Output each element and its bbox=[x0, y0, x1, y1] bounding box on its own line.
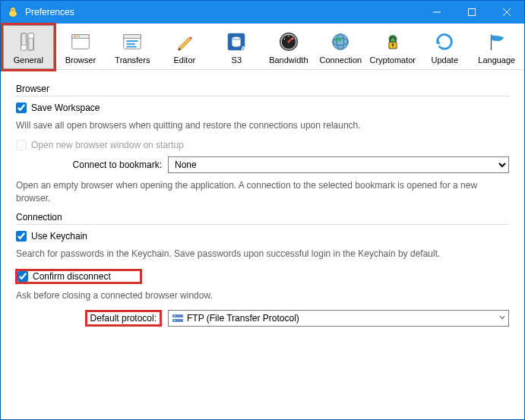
toolbar-tab-general[interactable]: General bbox=[3, 25, 54, 69]
confirm-disconnect-input[interactable] bbox=[17, 271, 28, 282]
protocol-value: FTP (File Transfer Protocol) bbox=[187, 313, 499, 324]
svg-point-14 bbox=[74, 36, 75, 37]
connect-bookmark-label: Connect to bookmark: bbox=[16, 159, 168, 170]
close-button[interactable] bbox=[489, 1, 524, 24]
svg-point-27 bbox=[287, 41, 289, 43]
content-panel: Browser Save Workspace Will save all ope… bbox=[1, 70, 524, 342]
confirm-disconnect-checkbox[interactable]: Confirm disconnect bbox=[16, 270, 141, 283]
toolbar-label: S3 bbox=[232, 55, 242, 65]
window-title: Preferences bbox=[25, 7, 419, 17]
maximize-button[interactable] bbox=[454, 1, 489, 24]
save-workspace-input[interactable] bbox=[16, 103, 27, 113]
use-keychain-desc: Search for passwords in the Keychain. Sa… bbox=[16, 248, 509, 261]
checkbox-label: Save Workspace bbox=[31, 103, 100, 113]
svg-rect-42 bbox=[172, 314, 183, 317]
toolbar-tab-bandwidth[interactable]: Bandwidth bbox=[264, 25, 314, 69]
default-protocol-label: Default protocol: bbox=[16, 310, 168, 327]
svg-point-2 bbox=[11, 9, 12, 10]
svg-point-16 bbox=[78, 36, 80, 37]
language-icon bbox=[485, 30, 509, 54]
section-header-browser: Browser bbox=[16, 84, 509, 96]
connect-bookmark-desc: Open an empty browser when opening the a… bbox=[16, 179, 509, 205]
toolbar-label: Language bbox=[478, 55, 515, 65]
connection-icon bbox=[328, 30, 353, 54]
toolbar-label: Update bbox=[432, 55, 458, 65]
toolbar-tab-transfers[interactable]: Transfers bbox=[107, 25, 157, 69]
default-protocol-select[interactable]: FTP (File Transfer Protocol) bbox=[168, 310, 509, 327]
update-icon bbox=[432, 30, 457, 54]
toolbar-label: Editor bbox=[173, 55, 195, 65]
s3-icon: a bbox=[224, 30, 248, 54]
minimize-button[interactable] bbox=[419, 1, 454, 24]
toolbar: General Browser Transfers bbox=[1, 24, 524, 70]
svg-point-45 bbox=[174, 320, 176, 321]
toolbar-label: Connection bbox=[319, 55, 362, 65]
toolbar-tab-cryptomator[interactable]: Cryptomator bbox=[368, 25, 418, 69]
svg-point-3 bbox=[13, 9, 14, 10]
toolbar-label: Cryptomator bbox=[370, 55, 416, 65]
chevron-down-icon bbox=[499, 314, 505, 322]
svg-rect-18 bbox=[124, 35, 141, 39]
app-icon bbox=[7, 6, 19, 18]
checkbox-label: Open new browser window on startup bbox=[31, 140, 184, 150]
svg-point-29 bbox=[288, 36, 289, 37]
toolbar-label: Browser bbox=[65, 55, 96, 65]
cryptomator-icon bbox=[381, 30, 405, 54]
open-new-browser-input bbox=[16, 140, 27, 150]
section-header-connection: Connection bbox=[16, 212, 509, 225]
bandwidth-icon bbox=[277, 30, 301, 54]
ftp-icon bbox=[172, 312, 184, 324]
use-keychain-input[interactable] bbox=[16, 231, 27, 242]
svg-rect-11 bbox=[29, 38, 33, 49]
toolbar-tab-update[interactable]: Update bbox=[419, 25, 470, 69]
svg-text:a: a bbox=[242, 44, 246, 52]
general-icon bbox=[16, 30, 40, 54]
confirm-disconnect-desc: Ask before closing a connected browser w… bbox=[16, 289, 509, 302]
use-keychain-checkbox[interactable]: Use Keychain bbox=[16, 231, 509, 242]
svg-rect-5 bbox=[469, 9, 476, 16]
toolbar-tab-s3[interactable]: a S3 bbox=[211, 25, 261, 69]
transfers-icon bbox=[120, 30, 144, 54]
toolbar-label: General bbox=[14, 55, 43, 65]
svg-rect-40 bbox=[392, 45, 393, 47]
toolbar-tab-browser[interactable]: Browser bbox=[55, 25, 106, 69]
titlebar: Preferences bbox=[1, 1, 524, 24]
svg-rect-9 bbox=[22, 34, 27, 46]
svg-point-15 bbox=[76, 36, 77, 37]
checkbox-label: Confirm disconnect bbox=[33, 271, 111, 282]
save-workspace-checkbox[interactable]: Save Workspace bbox=[16, 103, 509, 113]
svg-point-30 bbox=[293, 39, 294, 40]
svg-rect-43 bbox=[172, 319, 183, 322]
checkbox-label: Use Keychain bbox=[31, 231, 87, 242]
browser-icon bbox=[68, 30, 93, 54]
toolbar-label: Transfers bbox=[115, 55, 150, 65]
toolbar-tab-connection[interactable]: Connection bbox=[315, 25, 365, 69]
editor-icon bbox=[172, 30, 197, 54]
toolbar-label: Bandwidth bbox=[269, 55, 308, 65]
toolbar-tab-editor[interactable]: Editor bbox=[160, 25, 210, 69]
save-workspace-desc: Will save all open browsers when quittin… bbox=[16, 119, 509, 132]
svg-point-44 bbox=[174, 315, 176, 317]
connect-bookmark-select[interactable]: None bbox=[168, 156, 509, 173]
open-new-browser-checkbox: Open new browser window on startup bbox=[16, 140, 509, 150]
toolbar-tab-language[interactable]: Language bbox=[472, 25, 522, 69]
svg-point-28 bbox=[283, 39, 285, 40]
